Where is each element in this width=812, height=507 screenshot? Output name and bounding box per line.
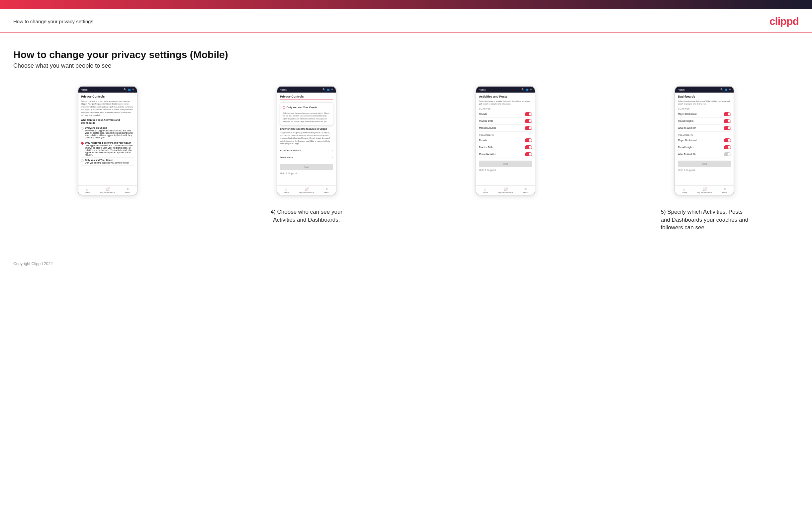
search-icon-4[interactable]: 🔍 [720, 88, 723, 91]
copyright: Copyright Clippd 2022 [13, 262, 53, 266]
coaches-rounds-label: Rounds [479, 113, 487, 115]
bottom-menu-3[interactable]: ≡ Menu [523, 187, 528, 193]
followers-rounds-row: Rounds [479, 137, 532, 144]
followers-rounds-toggle[interactable] [525, 138, 532, 143]
coaches-player-dash-label: Player Dashboard [678, 113, 697, 115]
save-button-2[interactable]: Save [280, 164, 333, 170]
bottom-home-2[interactable]: ⌂ Home [284, 187, 289, 193]
people-icon-2[interactable]: 👥 [327, 88, 330, 91]
coaches-manual-label: Manual Activities [479, 127, 496, 129]
back-button-2[interactable]: ‹ Back [280, 89, 287, 91]
radio-circle-only-you [81, 159, 84, 162]
search-icon-3[interactable]: 🔍 [521, 88, 524, 91]
nav-icons-4: 🔍 👥 ⚙ [720, 88, 731, 91]
popup-only-you: Only You and Your Coach Only you and the… [280, 102, 333, 125]
privacy-controls-title-1: Privacy Controls [81, 95, 134, 98]
followers-round-insights-row: Round Insights [678, 144, 731, 151]
popup-radio-circle [283, 106, 285, 109]
followers-round-insights-toggle[interactable] [724, 145, 731, 149]
activities-posts-row[interactable]: Activities and Posts › [280, 147, 333, 154]
people-icon-4[interactable]: 👥 [725, 88, 728, 91]
back-button-4[interactable]: ‹ Back [678, 89, 684, 91]
bottom-performance-1[interactable]: 📈 My Performance [100, 187, 115, 193]
dashboards-label: Dashboards [280, 156, 293, 159]
performance-icon-2: 📈 [305, 187, 309, 191]
coaches-manual-row: Manual Activities [479, 125, 532, 132]
menu-icon-2: ≡ [326, 187, 328, 191]
coaches-drills-row: Practice Drills [479, 118, 532, 125]
people-icon-3[interactable]: 👥 [526, 88, 529, 91]
privacy-body-1: Control how you and your data appears to… [81, 100, 134, 116]
screenshot-group-2: ‹ Back 🔍 👥 ⚙ Privacy Controls [212, 86, 401, 224]
radio-option-everyone[interactable]: Everyone on Clippd Everyone on Clippd ca… [81, 125, 134, 140]
phone-bottom-1: ⌂ Home 📈 My Performance ≡ Menu [79, 185, 137, 195]
settings-icon-1[interactable]: ⚙ [132, 88, 134, 91]
back-button-3[interactable]: ‹ Back [479, 89, 486, 91]
followers-manual-toggle[interactable] [525, 152, 532, 156]
help-support-3[interactable]: Help & Support [479, 167, 532, 172]
screenshot-group-4: ‹ Back 🔍 👥 ⚙ Dashboards Select the dashb… [610, 86, 799, 232]
bottom-home-1[interactable]: ⌂ Home [85, 187, 90, 193]
back-label-4: Back [679, 89, 685, 91]
menu-label-3: Menu [523, 191, 528, 193]
settings-icon-3[interactable]: ⚙ [530, 88, 532, 91]
help-support-4[interactable]: Help & Support [678, 167, 731, 172]
coaches-what-to-work-toggle[interactable] [724, 126, 731, 130]
menu-icon-1: ≡ [127, 187, 129, 191]
bottom-performance-3[interactable]: 📈 My Performance [499, 187, 513, 193]
radio-option-approved[interactable]: Only Approved Followers and Your Coach O… [81, 140, 134, 158]
home-label-1: Home [85, 191, 90, 193]
radio-option-only-you[interactable]: Only You and Your Coach Only you and the… [81, 158, 134, 166]
logo: clippd [769, 15, 799, 27]
followers-drills-toggle[interactable] [525, 145, 532, 149]
people-icon-1[interactable]: 👥 [128, 88, 131, 91]
bottom-menu-1[interactable]: ≡ Menu [125, 187, 130, 193]
bottom-performance-2[interactable]: 📈 My Performance [299, 187, 314, 193]
search-icon-2[interactable]: 🔍 [322, 88, 325, 91]
caption-4-text: 4) Choose who can see your Activities an… [271, 209, 342, 223]
screenshot-group-1: ‹ Back 🔍 👥 ⚙ Privacy Controls Control ho… [13, 86, 202, 197]
home-label-4: Home [682, 191, 687, 193]
header: How to change your privacy settings clip… [0, 9, 812, 33]
coaches-manual-toggle[interactable] [525, 126, 532, 130]
followers-player-dash-toggle[interactable] [724, 138, 731, 143]
phone-nav-3: ‹ Back 🔍 👥 ⚙ [476, 87, 535, 93]
page-subheading: Choose what you want people to see [13, 62, 799, 69]
followers-what-to-work-toggle-off[interactable] [724, 152, 731, 156]
coaches-rounds-toggle[interactable] [525, 112, 532, 116]
menu-label-1: Menu [125, 191, 130, 193]
popup-radio: Only You and Your Coach [283, 105, 331, 111]
dashboards-row[interactable]: Dashboards › [280, 154, 333, 161]
bottom-menu-4[interactable]: ≡ Menu [722, 187, 727, 193]
coaches-round-insights-label: Round Insights [678, 120, 694, 122]
dashboards-title-4: Dashboards [678, 95, 731, 98]
coaches-round-insights-row: Round Insights [678, 118, 731, 125]
save-button-3[interactable]: Save [479, 161, 532, 167]
bottom-performance-4[interactable]: 📈 My Performance [698, 187, 712, 193]
settings-icon-2[interactable]: ⚙ [331, 88, 333, 91]
search-icon-1[interactable]: 🔍 [123, 88, 126, 91]
home-icon-1: ⌂ [86, 187, 88, 191]
coaches-what-to-work-row: What To Work On [678, 125, 731, 132]
phone-content-2: Privacy Controls Only You and Your Coach… [277, 93, 336, 185]
coaches-player-dash-toggle[interactable] [724, 112, 731, 116]
caption-5-text: 5) Specify which Activities, Posts and D… [661, 209, 749, 231]
coaches-drills-toggle[interactable] [525, 119, 532, 123]
followers-label-3: FOLLOWERS [479, 134, 532, 136]
main-content: How to change your privacy settings (Mob… [0, 33, 812, 251]
caption-4: 4) Choose who can see your Activities an… [271, 200, 342, 224]
performance-icon-1: 📈 [106, 187, 110, 191]
screenshot-group-3: ‹ Back 🔍 👥 ⚙ Activities and Posts Select… [411, 86, 600, 197]
back-button-1[interactable]: ‹ Back [81, 89, 88, 91]
bottom-home-4[interactable]: ⌂ Home [682, 187, 687, 193]
save-button-4[interactable]: Save [678, 161, 731, 167]
back-label-2: Back [281, 89, 287, 91]
radio-circle-approved [81, 142, 84, 145]
followers-player-dash-row: Player Dashboard [678, 137, 731, 144]
phone-content-1: Privacy Controls Control how you and you… [79, 93, 137, 185]
settings-icon-4[interactable]: ⚙ [729, 88, 731, 91]
help-support-2[interactable]: Help & Support [280, 170, 333, 175]
coaches-round-insights-toggle[interactable] [724, 119, 731, 123]
bottom-home-3[interactable]: ⌂ Home [483, 187, 488, 193]
bottom-menu-2[interactable]: ≡ Menu [324, 187, 329, 193]
